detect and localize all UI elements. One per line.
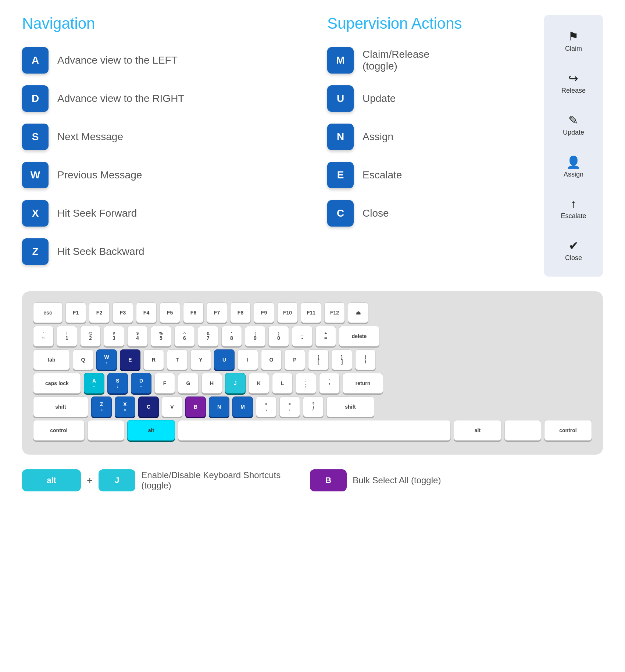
shortcut-row-d: D Advance view to the RIGHT — [22, 85, 298, 112]
kb-alt-left[interactable]: alt — [127, 420, 175, 441]
kb-7[interactable]: &7 — [198, 326, 218, 346]
kb-t[interactable]: T — [167, 349, 188, 370]
kb-control-left[interactable]: control — [33, 420, 85, 441]
shortcut-row-a: A Advance view to the LEFT — [22, 47, 298, 74]
kb-capslock[interactable]: caps lock — [33, 373, 81, 394]
key-x: X — [22, 200, 49, 227]
kb-delete[interactable]: delete — [339, 326, 379, 346]
label-w: Previous Message — [57, 169, 142, 181]
kb-b[interactable]: B — [185, 397, 206, 417]
legend-plus-1: + — [87, 474, 93, 486]
kb-1[interactable]: !1 — [57, 326, 77, 346]
kb-alt-right[interactable]: alt — [454, 420, 501, 441]
kb-z[interactable]: Z« — [91, 397, 112, 417]
kb-fn-right[interactable] — [504, 420, 541, 441]
kb-l[interactable]: L — [272, 373, 293, 394]
kb-f7[interactable]: F7 — [207, 302, 227, 323]
kb-fn[interactable] — [88, 420, 124, 441]
kb-equals[interactable]: += — [315, 326, 336, 346]
kb-g[interactable]: G — [178, 373, 199, 394]
shortcut-row-e: E Escalate — [327, 162, 544, 188]
kb-f9[interactable]: F9 — [254, 302, 274, 323]
kb-3[interactable]: #3 — [104, 326, 124, 346]
icon-claim: ⚑ Claim — [565, 29, 582, 53]
kb-period[interactable]: >. — [279, 397, 300, 417]
legend-item-alt-j: alt + J Enable/Disable Keyboard Shortcut… — [22, 469, 281, 491]
icon-close: ✔ Close — [565, 239, 582, 262]
kb-f1[interactable]: F1 — [65, 302, 86, 323]
kb-m[interactable]: M — [232, 397, 253, 417]
kb-space[interactable] — [178, 420, 451, 441]
label-s: Next Message — [57, 131, 123, 143]
shortcut-row-c: C Close — [327, 200, 544, 227]
kb-q[interactable]: Q — [73, 349, 93, 370]
kb-backslash[interactable]: |\ — [355, 349, 376, 370]
kb-h[interactable]: H — [201, 373, 222, 394]
kb-quote[interactable]: "' — [319, 373, 340, 394]
kb-semicolon[interactable]: :; — [296, 373, 316, 394]
escalate-label: Escalate — [561, 212, 586, 220]
kb-f3[interactable]: F3 — [113, 302, 133, 323]
kb-bracket-open[interactable]: {[ — [308, 349, 329, 370]
kb-v[interactable]: V — [162, 397, 182, 417]
kb-y[interactable]: Y — [190, 349, 211, 370]
kb-9[interactable]: (9 — [245, 326, 265, 346]
kb-f12[interactable]: F12 — [324, 302, 345, 323]
kb-n[interactable]: N — [209, 397, 229, 417]
kb-minus[interactable]: _- — [292, 326, 312, 346]
kb-f6[interactable]: F6 — [183, 302, 204, 323]
claim-label: Claim — [565, 45, 582, 53]
kb-bracket-close[interactable]: }] — [332, 349, 352, 370]
kb-k[interactable]: K — [249, 373, 269, 394]
kb-8[interactable]: *8 — [221, 326, 242, 346]
kb-f[interactable]: F — [154, 373, 175, 394]
kb-w[interactable]: W↑ — [96, 349, 117, 370]
icon-assign: 👤 Assign — [564, 155, 583, 178]
kb-r[interactable]: R — [143, 349, 164, 370]
kb-0[interactable]: )0 — [268, 326, 289, 346]
kb-slash[interactable]: ?/ — [303, 397, 324, 417]
kb-control-right[interactable]: control — [544, 420, 592, 441]
kb-shift-left[interactable]: shift — [33, 397, 88, 417]
release-label: Release — [561, 87, 586, 95]
kb-f4[interactable]: F4 — [136, 302, 157, 323]
kb-d[interactable]: D→ — [131, 373, 151, 394]
legend-b-key: B — [310, 469, 347, 491]
kb-6[interactable]: ^6 — [174, 326, 195, 346]
kb-backtick[interactable]: `~ — [33, 326, 54, 346]
kb-s[interactable]: S↓ — [107, 373, 128, 394]
kb-f10[interactable]: F10 — [277, 302, 298, 323]
kb-tab[interactable]: tab — [33, 349, 70, 370]
kb-4[interactable]: $4 — [127, 326, 148, 346]
kb-f5[interactable]: F5 — [160, 302, 180, 323]
kb-f2[interactable]: F2 — [89, 302, 110, 323]
kb-a[interactable]: A← — [84, 373, 104, 394]
kb-x[interactable]: X» — [115, 397, 135, 417]
kb-j[interactable]: J — [225, 373, 246, 394]
key-a: A — [22, 47, 49, 74]
legend-b-label: Bulk Select All (toggle) — [353, 475, 441, 486]
legend-alt-key: alt — [22, 469, 81, 491]
kb-2[interactable]: @2 — [80, 326, 101, 346]
kb-eject[interactable]: ⏏ — [348, 302, 368, 323]
kb-e-key[interactable]: E — [120, 349, 140, 370]
kb-f11[interactable]: F11 — [301, 302, 321, 323]
label-z: Hit Seek Backward — [57, 246, 144, 257]
kb-o[interactable]: O — [261, 349, 282, 370]
shortcut-row-u: U Update — [327, 85, 544, 112]
kb-f8[interactable]: F8 — [230, 302, 251, 323]
kb-return[interactable]: return — [343, 373, 383, 394]
nav-title: Navigation — [22, 15, 298, 32]
legend-section: alt + J Enable/Disable Keyboard Shortcut… — [22, 469, 603, 491]
label-e: Escalate — [362, 169, 402, 181]
kb-p[interactable]: P — [285, 349, 305, 370]
supervision-actions-list: Supervision Actions M Claim/Release(togg… — [327, 15, 544, 277]
kb-c[interactable]: C — [138, 397, 159, 417]
kb-comma[interactable]: <, — [256, 397, 276, 417]
kb-i[interactable]: I — [238, 349, 258, 370]
kb-5[interactable]: %5 — [151, 326, 171, 346]
kb-esc[interactable]: esc — [33, 302, 63, 323]
kb-u[interactable]: U — [214, 349, 235, 370]
key-w: W — [22, 162, 49, 188]
kb-shift-right[interactable]: shift — [326, 397, 374, 417]
